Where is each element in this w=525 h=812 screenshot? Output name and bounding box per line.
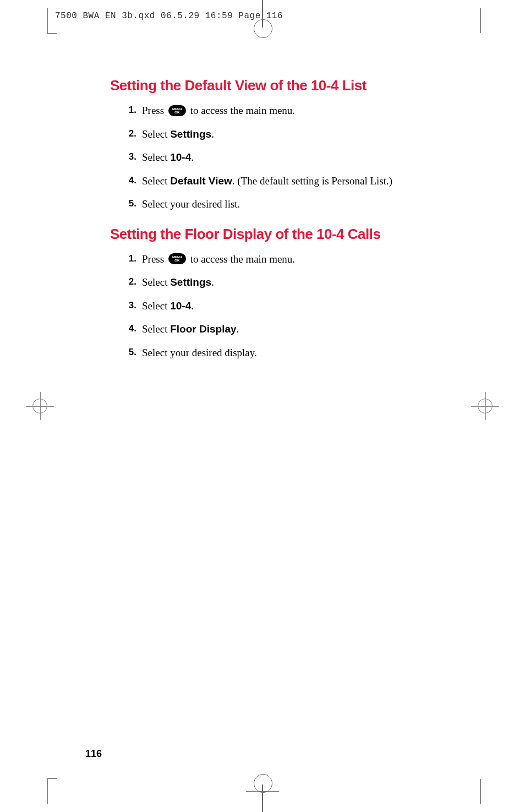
page-content: Setting the Default View of the 10-4 Lis… — [110, 77, 440, 368]
section-heading-1: Setting the Default View of the 10-4 Lis… — [110, 77, 440, 94]
crop-mark-bottom — [262, 784, 263, 812]
list-item: 4. Select Default View. (The default set… — [123, 173, 440, 189]
step-text: Select 10-4. — [142, 298, 440, 314]
list-item: 5. Select your desired display. — [123, 345, 440, 361]
list-item: 1. Press MENUOK to access the main menu. — [123, 252, 440, 268]
step-text: Select your desired display. — [142, 345, 440, 361]
step-number: 5. — [123, 345, 136, 361]
crop-mark-top — [262, 0, 263, 28]
step-text: Press MENUOK to access the main menu. — [142, 252, 440, 268]
step-list-2: 1. Press MENUOK to access the main menu.… — [110, 252, 440, 361]
step-text: Select your desired list. — [142, 197, 440, 212]
menu-ok-icon: MENUOK — [168, 105, 186, 116]
registration-mark-left — [30, 396, 50, 416]
step-number: 2. — [123, 127, 136, 143]
step-number: 3. — [123, 298, 136, 314]
step-text: Select 10-4. — [142, 150, 440, 166]
step-text: Select Settings. — [142, 275, 440, 291]
step-number: 3. — [123, 150, 136, 166]
step-number: 2. — [123, 275, 136, 291]
page-number: 116 — [85, 748, 102, 760]
step-text: Press MENUOK to access the main menu. — [142, 103, 440, 119]
corner-mark-top-right — [480, 8, 481, 33]
list-item: 3. Select 10-4. — [123, 298, 440, 314]
menu-ok-icon: MENUOK — [168, 253, 186, 264]
step-number: 1. — [123, 252, 136, 268]
section-heading-2: Setting the Floor Display of the 10-4 Ca… — [110, 226, 440, 243]
step-list-1: 1. Press MENUOK to access the main menu.… — [110, 103, 440, 212]
list-item: 2. Select Settings. — [123, 275, 440, 291]
list-item: 2. Select Settings. — [123, 127, 440, 143]
corner-mark-bottom-right — [480, 779, 481, 804]
step-text: Select Settings. — [142, 127, 440, 143]
print-header: 7500 BWA_EN_3b.qxd 06.5.29 16:59 Page 11… — [55, 11, 283, 21]
step-number: 1. — [123, 103, 136, 119]
step-number: 5. — [123, 197, 136, 212]
registration-mark-right — [475, 396, 495, 416]
step-text: Select Floor Display. — [142, 321, 440, 337]
list-item: 5. Select your desired list. — [123, 197, 440, 212]
step-number: 4. — [123, 321, 136, 337]
crop-mark-bottom-line — [246, 791, 279, 792]
step-text: Select Default View. (The default settin… — [142, 173, 440, 189]
step-number: 4. — [123, 173, 136, 189]
list-item: 4. Select Floor Display. — [123, 321, 440, 337]
list-item: 3. Select 10-4. — [123, 150, 440, 166]
list-item: 1. Press MENUOK to access the main menu. — [123, 103, 440, 119]
